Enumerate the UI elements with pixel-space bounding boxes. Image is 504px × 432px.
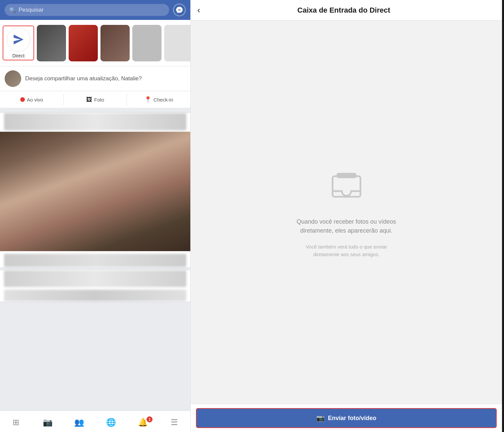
live-icon [20, 97, 25, 102]
inbox-icon-wrap [327, 166, 366, 206]
bottom-nav: ⊞ 📷 👥 🌐 🔔 1 ☰ [0, 410, 190, 432]
right-title: Caixa de Entrada do Direct [206, 6, 482, 15]
right-header: ‹ Caixa de Entrada do Direct [191, 0, 502, 21]
live-label: Ao vivo [27, 97, 43, 103]
stories-row: Direct [0, 20, 190, 66]
post-header-blur-1 [4, 113, 186, 130]
camera-button-icon: 📷 [316, 414, 325, 422]
svg-rect-1 [337, 173, 356, 178]
post-footer-blur-1 [4, 254, 186, 267]
right-panel: ‹ Caixa de Entrada do Direct Quando você… [191, 0, 502, 432]
direct-paper-plane-icon [12, 33, 25, 46]
feed-area [0, 110, 190, 410]
home-icon: ⊞ [13, 418, 19, 427]
story-blur-4 [132, 25, 161, 61]
search-bar: 🔍 Pesquisar [0, 0, 190, 20]
photo-button[interactable]: 🖼 Foto [64, 94, 127, 106]
notification-badge: 1 [147, 416, 153, 422]
menu-icon: ☰ [171, 418, 178, 427]
camera-icon: 📷 [43, 418, 53, 427]
story-blur-5 [164, 25, 191, 61]
story-item[interactable] [100, 25, 130, 61]
nav-menu[interactable]: ☰ [158, 418, 190, 427]
story-item[interactable] [37, 25, 66, 61]
friends-icon: 👥 [74, 418, 84, 427]
post-content-blur-2a [4, 270, 186, 287]
search-icon: 🔍 [9, 7, 16, 13]
messenger-button[interactable] [173, 4, 186, 16]
checkin-icon: 📍 [144, 96, 152, 103]
back-button[interactable]: ‹ [197, 5, 200, 15]
send-button-label: Enviar foto/vídeo [328, 415, 376, 422]
story-item[interactable] [132, 25, 161, 61]
inbox-icon [327, 166, 366, 206]
empty-secondary-text: Você também verá tudo o que enviar diret… [297, 243, 396, 258]
avatar-image [5, 70, 21, 87]
checkin-label: Check-in [154, 97, 173, 103]
story-item[interactable] [164, 25, 191, 61]
story-item[interactable] [69, 25, 98, 61]
action-bar: Ao vivo 🖼 Foto 📍 Check-in [0, 91, 190, 110]
globe-icon: 🌐 [106, 418, 116, 427]
send-photo-video-button[interactable]: 📷 Enviar foto/vídeo [196, 408, 497, 428]
feed-post-2 [0, 270, 190, 301]
svg-rect-0 [333, 176, 360, 197]
notification-icon: 🔔 [138, 418, 148, 427]
nav-globe[interactable]: 🌐 [95, 418, 127, 427]
search-input-wrap[interactable]: 🔍 Pesquisar [5, 4, 169, 16]
nav-home[interactable]: ⊞ [0, 418, 32, 427]
left-panel: 🔍 Pesquisar Direct [0, 0, 191, 432]
post-image-1 [0, 132, 190, 251]
search-placeholder: Pesquisar [19, 7, 44, 13]
photo-icon: 🖼 [86, 96, 92, 103]
nav-notifications[interactable]: 🔔 1 [127, 418, 159, 427]
direct-icon-circle [7, 28, 31, 51]
edge-bar [502, 0, 504, 432]
post-prompt-text[interactable]: Deseja compartilhar uma atualização, Nat… [25, 75, 142, 82]
post-content-blur-2b [4, 290, 186, 301]
direct-inbox-empty-state: Quando você receber fotos ou vídeos dire… [191, 21, 502, 404]
story-blur-3 [100, 25, 130, 61]
live-button[interactable]: Ao vivo [0, 94, 64, 105]
nav-friends[interactable]: 👥 [63, 418, 95, 427]
feed-post-1 [0, 113, 190, 267]
post-create-area: Deseja compartilhar uma atualização, Nat… [0, 66, 190, 91]
photo-label: Foto [94, 97, 104, 103]
send-button-wrap: 📷 Enviar foto/vídeo [191, 404, 502, 432]
empty-primary-text: Quando você receber fotos ou vídeos dire… [290, 217, 403, 235]
story-blur-1 [37, 25, 66, 61]
user-avatar [5, 70, 21, 87]
checkin-button[interactable]: 📍 Check-in [127, 93, 190, 106]
direct-button[interactable]: Direct [3, 26, 34, 60]
direct-label: Direct [12, 53, 25, 58]
story-blur-2 [69, 25, 98, 61]
nav-camera[interactable]: 📷 [32, 418, 64, 427]
